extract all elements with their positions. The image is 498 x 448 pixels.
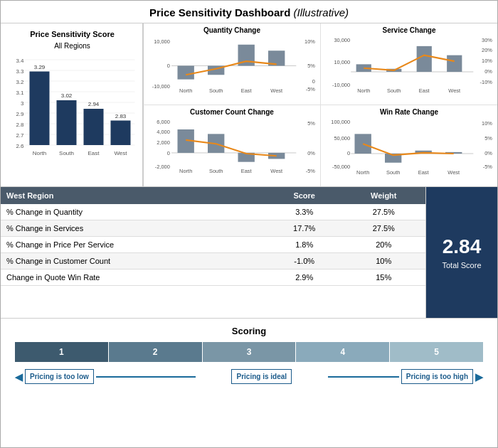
scoring-section: Scoring 12345 ◀ Pricing is too low Prici… xyxy=(1,319,497,415)
score-value: 2.84 xyxy=(443,235,482,258)
svg-text:West: West xyxy=(270,87,282,94)
svg-text:30,000: 30,000 xyxy=(334,37,350,43)
label-low-text: Pricing is too low xyxy=(30,373,89,380)
score-segment-3: 3 xyxy=(203,342,297,362)
svg-text:2.7: 2.7 xyxy=(16,132,24,139)
title-main: Price Sensitivity Dashboard xyxy=(149,6,294,18)
svg-text:-10%: -10% xyxy=(480,79,493,85)
svg-rect-38 xyxy=(178,66,194,80)
metric-label: % Change in Price Per Service xyxy=(1,237,267,253)
svg-text:East: East xyxy=(88,150,100,156)
table-header-region: West Region xyxy=(1,187,267,204)
quantity-change-chart: Quantity Change 10,000 0 -10,000 10% 5% … xyxy=(143,23,320,105)
scoring-labels-row: ◀ Pricing is too low Pricing is ideal Pr… xyxy=(15,369,483,384)
metric-weight: 20% xyxy=(342,237,425,253)
service-change-svg: 30,000 10,000 -10,000 30% 20% 10% 0% -10… xyxy=(325,36,493,96)
svg-text:3.1: 3.1 xyxy=(16,90,24,96)
win-rate-title: Win Rate Change xyxy=(325,108,493,116)
metric-label: % Change in Services xyxy=(1,220,267,237)
top-section: Price Sensitivity Score All Regions 3.4 … xyxy=(1,23,497,187)
score-segment-4: 4 xyxy=(296,342,390,362)
bar-chart-svg: 3.4 3.3 3.2 3.1 3 2.9 2.8 2.7 2.6 xyxy=(8,54,137,164)
svg-rect-58 xyxy=(447,55,462,72)
svg-text:2.94: 2.94 xyxy=(88,101,100,107)
label-high-text: Pricing is too high xyxy=(406,373,468,380)
svg-text:0%: 0% xyxy=(307,150,315,156)
svg-text:East: East xyxy=(241,167,252,174)
table-row: % Change in Customer Count -1.0% 10% xyxy=(1,253,425,270)
label-ideal-text: Pricing is ideal xyxy=(236,373,287,380)
score-segment-1: 1 xyxy=(15,342,109,362)
bar-chart-subtitle: All Regions xyxy=(8,42,137,50)
quantity-change-title: Quantity Change xyxy=(148,26,316,34)
service-change-svg-wrap: 30,000 10,000 -10,000 30% 20% 10% 0% -10… xyxy=(325,36,493,96)
svg-text:East: East xyxy=(419,87,430,94)
svg-rect-57 xyxy=(417,46,432,72)
score-box: 2.84 Total Score xyxy=(426,187,497,318)
arrow-left-icon: ◀ xyxy=(15,371,23,383)
win-rate-chart: Win Rate Change 100,000 50,000 0 -50,000… xyxy=(320,105,497,187)
table-row: % Change in Price Per Service 1.8% 20% xyxy=(1,237,425,253)
label-pricing-low: Pricing is too low xyxy=(25,369,94,384)
label-right-group: Pricing is too high ▶ xyxy=(328,369,483,384)
svg-text:2.83: 2.83 xyxy=(115,113,127,119)
dashboard-title: Price Sensitivity Dashboard (Illustrativ… xyxy=(1,1,497,23)
svg-text:10%: 10% xyxy=(304,38,315,45)
svg-text:North: North xyxy=(179,167,192,174)
label-left-group: ◀ Pricing is too low xyxy=(15,369,196,384)
svg-text:20%: 20% xyxy=(482,47,492,53)
scoring-bar-row: 12345 xyxy=(15,342,483,362)
svg-text:West: West xyxy=(447,169,460,175)
svg-text:East: East xyxy=(241,87,252,94)
table-section: West Region Score Weight % Change in Qua… xyxy=(1,187,497,319)
svg-rect-22 xyxy=(84,109,104,145)
metric-weight: 27.5% xyxy=(342,220,425,237)
svg-text:0: 0 xyxy=(167,63,170,69)
svg-text:3.29: 3.29 xyxy=(34,64,46,70)
win-rate-svg: 100,000 50,000 0 -50,000 10% 5% 0% -5% xyxy=(325,117,493,178)
metric-score: 2.9% xyxy=(267,270,342,286)
svg-text:-10,000: -10,000 xyxy=(152,83,170,90)
svg-text:East: East xyxy=(418,169,429,175)
svg-rect-24 xyxy=(111,121,131,146)
svg-text:30%: 30% xyxy=(482,37,492,43)
svg-text:-10,000: -10,000 xyxy=(332,82,350,88)
svg-text:5%: 5% xyxy=(484,134,492,141)
svg-text:-5%: -5% xyxy=(483,164,493,170)
metric-score: 17.7% xyxy=(267,220,342,237)
metrics-table: West Region Score Weight % Change in Qua… xyxy=(1,187,425,286)
svg-text:-2,000: -2,000 xyxy=(155,164,170,170)
table-row: % Change in Services 17.7% 27.5% xyxy=(1,220,425,237)
score-segment-2: 2 xyxy=(109,342,203,362)
svg-text:10%: 10% xyxy=(482,58,492,64)
line-right xyxy=(328,376,399,378)
label-pricing-ideal: Pricing is ideal xyxy=(231,369,292,384)
svg-text:10,000: 10,000 xyxy=(334,59,350,65)
svg-text:North: North xyxy=(357,87,370,94)
svg-text:0: 0 xyxy=(312,78,315,85)
table-header-score: Score xyxy=(267,187,342,204)
svg-text:3.2: 3.2 xyxy=(16,79,24,85)
table-body: % Change in Quantity 3.3% 27.5% % Change… xyxy=(1,204,425,286)
svg-text:4,000: 4,000 xyxy=(157,129,170,135)
metric-weight: 27.5% xyxy=(342,204,425,220)
svg-text:50,000: 50,000 xyxy=(334,134,350,141)
metric-score: 1.8% xyxy=(267,237,342,253)
svg-text:100,000: 100,000 xyxy=(331,118,350,124)
svg-text:2.8: 2.8 xyxy=(16,122,24,128)
svg-text:South: South xyxy=(387,87,401,94)
svg-text:2.6: 2.6 xyxy=(16,143,24,149)
svg-text:0: 0 xyxy=(347,150,350,156)
svg-text:-50,000: -50,000 xyxy=(332,164,350,170)
svg-text:0: 0 xyxy=(167,150,170,156)
metric-label: Change in Quote Win Rate xyxy=(1,270,267,286)
svg-text:West: West xyxy=(114,150,127,156)
svg-text:South: South xyxy=(59,150,74,156)
dashboard: Price Sensitivity Dashboard (Illustrativ… xyxy=(0,0,498,448)
table-row: % Change in Quantity 3.3% 27.5% xyxy=(1,204,425,220)
svg-text:3: 3 xyxy=(21,100,24,107)
svg-text:South: South xyxy=(209,167,223,174)
arrow-right-icon: ▶ xyxy=(475,371,483,383)
svg-text:2.9: 2.9 xyxy=(16,111,24,117)
svg-text:10%: 10% xyxy=(482,119,492,126)
